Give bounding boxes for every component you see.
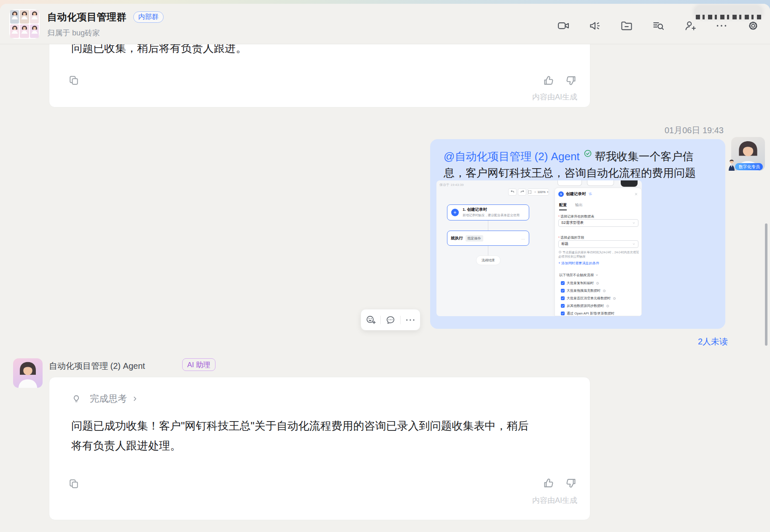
- redo-button[interactable]: [518, 188, 526, 196]
- workflow-end-node: 流程结束: [476, 255, 501, 265]
- required-mark: *: [558, 236, 560, 239]
- add-reaction-button[interactable]: [365, 314, 376, 325]
- agent-avatar[interactable]: [13, 358, 43, 388]
- thumbs-down-button[interactable]: [565, 477, 577, 489]
- group-avatar-tile: [10, 24, 19, 38]
- scene-checkbox-row[interactable]: 大批量拖拽填充数据时: [561, 288, 606, 293]
- zoom-in-button[interactable]: +: [547, 190, 549, 194]
- checkbox-checked[interactable]: [561, 296, 565, 300]
- scene-checkbox-row[interactable]: 大批量选区清空单元格数据时: [561, 296, 616, 301]
- ai-assistant-badge: AI 助理: [182, 358, 215, 371]
- more-actions-button[interactable]: [405, 314, 416, 325]
- announcement-button[interactable]: [589, 19, 601, 32]
- required-mark: *: [558, 215, 560, 218]
- ai-generated-note: 内容由AI生成: [532, 92, 577, 102]
- swap-icon[interactable]: [588, 192, 592, 196]
- agent-name: 自动化项目管理 (2) Agent: [49, 360, 145, 372]
- mention-link[interactable]: @自动化项目管理 (2) Agent: [444, 150, 580, 163]
- workflow-cutoff-button: [587, 180, 614, 186]
- scene-checkbox-row[interactable]: 从其他数据源同步数据时: [561, 304, 609, 308]
- toolbar-divider: [400, 316, 401, 324]
- digital-staff-figure: [727, 159, 736, 171]
- datasheet-select-value: S2需求管理表: [561, 220, 584, 226]
- group-avatar[interactable]: [9, 9, 40, 39]
- scene-checkbox-row[interactable]: 大批量复制粘贴时: [561, 281, 599, 285]
- message-timestamp: 01月06日 19:43: [665, 125, 724, 136]
- zoom-out-button[interactable]: −: [534, 190, 536, 194]
- scene-checkbox-row[interactable]: 通过 Open API 新增/更新数据时: [561, 311, 614, 316]
- add-condition-link[interactable]: + 添加同时需要满足的条件: [558, 261, 599, 266]
- bolt-icon: [558, 191, 564, 197]
- group-subtitle: 归属于 bug砖家: [47, 28, 164, 38]
- workflow-screenshot-image[interactable]: 保存于 19:43:39 − 100% + 1. 创建记录时 新增记录时触发，建…: [436, 180, 642, 316]
- message-list: 问题已收集，稍后将有负责人跟进。 内容由AI生成 01月06日 19:43 @自…: [0, 44, 770, 532]
- action-node-more[interactable]: …: [521, 236, 525, 240]
- workflow-action-node[interactable]: 就执行 指定操作 …: [447, 231, 529, 246]
- thumbs-down-button[interactable]: [565, 74, 577, 87]
- reply-button[interactable]: [385, 314, 396, 325]
- scrollbar-thumb[interactable]: [765, 223, 767, 346]
- unread-count[interactable]: 2人未读: [698, 336, 728, 347]
- info-icon: [603, 289, 606, 293]
- files-button[interactable]: [620, 19, 633, 32]
- panel-tabs: 配置 输出: [559, 202, 583, 210]
- add-member-button[interactable]: [684, 19, 696, 32]
- panel-title: 创建记录时: [566, 191, 586, 197]
- action-node-tag: 指定操作: [466, 235, 483, 242]
- panel-header: 创建记录时: [558, 191, 638, 197]
- copy-button[interactable]: [68, 478, 80, 489]
- more-button[interactable]: [715, 19, 728, 32]
- tab-config[interactable]: 配置: [559, 202, 567, 210]
- checkbox-checked[interactable]: [561, 304, 565, 308]
- undo-button[interactable]: [508, 188, 517, 196]
- thumbs-up-button[interactable]: [542, 477, 555, 489]
- info-icon: [613, 297, 616, 300]
- checkbox-checked[interactable]: [561, 289, 565, 293]
- panel-info-note: 节点新建后的最长等待时间为24小时，24小时内首次填写必填字段则立即触发: [558, 250, 639, 258]
- checkbox-checked[interactable]: [561, 281, 565, 285]
- required-field-select[interactable]: 标题: [558, 240, 638, 248]
- field-label: *选择记录所在的数据表: [558, 214, 594, 219]
- group-title: 自动化项目管理群: [47, 11, 127, 24]
- group-type-badge: 内部群: [133, 11, 164, 23]
- copy-button[interactable]: [68, 74, 80, 86]
- workflow-trigger-node[interactable]: 1. 创建记录时 新增记录时触发，建议配合表单提交使用: [447, 204, 529, 220]
- required-field-select-value: 标题: [561, 242, 568, 247]
- chat-header: 自动化项目管理群 内部群 归属于 bug砖家: [0, 4, 770, 44]
- agent-reply-text: 问题已成功收集！客户"网钉科技王总"关于自动化流程费用的咨询已录入到问题收集表中…: [71, 416, 539, 456]
- workflow-saved-at: 保存于 19:43:39: [439, 183, 463, 187]
- ai-message-card-partial: 问题已收集，稍后将有负责人跟进。 内容由AI生成: [49, 44, 590, 107]
- tab-output[interactable]: 输出: [575, 202, 583, 210]
- sent-message-text: @自动化项目管理 (2) Agent帮我收集一个客户信息，客户网钉科技王总，咨询…: [430, 139, 725, 181]
- chevron-down-icon: [632, 221, 635, 225]
- workflow-config-panel: 创建记录时 配置 输出 *选择记录所在的数据表 S2需求管理表 *选择必填的字段…: [555, 188, 642, 316]
- toolbar-divider: [380, 316, 381, 324]
- message-hover-toolbar: [361, 309, 420, 330]
- group-avatar-tile: [30, 24, 39, 38]
- group-info: 自动化项目管理群 内部群 归属于 bug砖家: [47, 11, 164, 38]
- settings-button[interactable]: [747, 19, 759, 32]
- thinking-label: 完成思考: [90, 392, 127, 405]
- sent-message-bubble: @自动化项目管理 (2) Agent帮我收集一个客户信息，客户网钉科技王总，咨询…: [430, 139, 725, 329]
- zoom-control[interactable]: − 100% +: [528, 188, 549, 196]
- scenes-toggle[interactable]: 以下场景不会触发流程: [559, 273, 600, 277]
- trigger-node-subtitle: 新增记录时触发，建议配合表单提交使用: [463, 213, 525, 218]
- checkbox-checked[interactable]: [561, 312, 565, 315]
- workflow-cutoff-dark-button: [621, 180, 638, 187]
- connector-line: [488, 246, 488, 255]
- thumbs-up-button[interactable]: [542, 74, 555, 87]
- thinking-summary[interactable]: 完成思考: [71, 392, 143, 405]
- connector-line: [488, 220, 488, 231]
- ai-generated-note: 内容由AI生成: [532, 495, 577, 505]
- group-avatar-tile: [20, 24, 29, 38]
- group-avatar-tile: [20, 10, 29, 24]
- field-label: *选择必填的字段: [558, 235, 584, 240]
- chat-history-search-button[interactable]: [652, 19, 665, 32]
- workflow-cutoff-button: [557, 180, 582, 186]
- video-call-button[interactable]: [557, 19, 570, 32]
- group-avatar-tile: [30, 10, 39, 24]
- chat-window: 自动化项目管理群 内部群 归属于 bug砖家 问题已收集，稍后将有负责人跟进。 …: [0, 4, 770, 532]
- close-icon[interactable]: [634, 192, 638, 196]
- info-icon: [606, 304, 609, 308]
- datasheet-select[interactable]: S2需求管理表: [558, 219, 638, 227]
